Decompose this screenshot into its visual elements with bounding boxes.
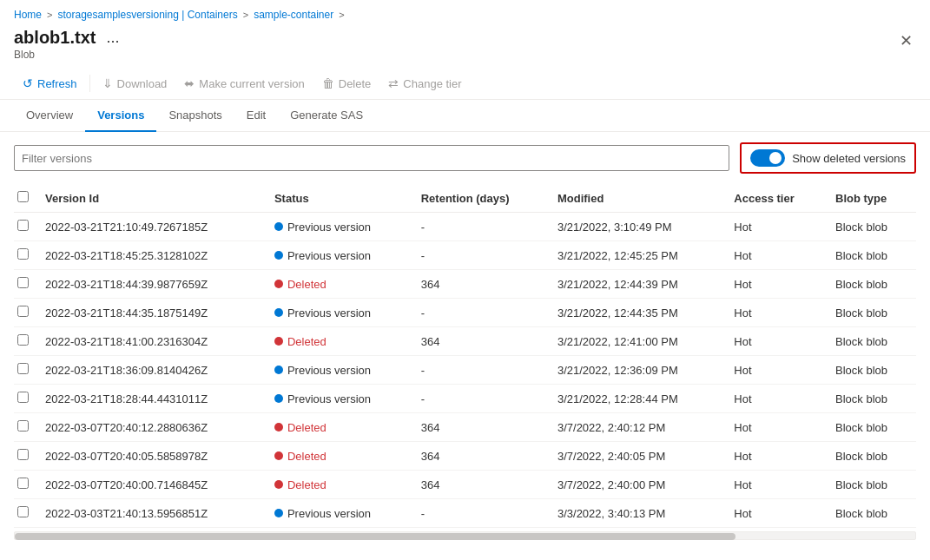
toggle-container: Show deleted versions bbox=[740, 142, 916, 174]
status-dot-blue bbox=[274, 308, 283, 317]
tab-overview[interactable]: Overview bbox=[14, 100, 85, 132]
cell-blob-type: Block blob bbox=[825, 471, 916, 499]
row-checkbox[interactable] bbox=[17, 449, 29, 460]
cell-status: Deleted bbox=[264, 270, 411, 299]
cell-retention: 364 bbox=[411, 413, 547, 442]
table-row: 2022-03-21T18:44:39.9877659ZDeleted3643/… bbox=[14, 270, 916, 299]
versions-table-container: Version Id Status Retention (days) Modif… bbox=[0, 184, 930, 528]
cell-modified: 3/7/2022, 2:40:00 PM bbox=[547, 471, 723, 499]
tab-snapshots[interactable]: Snapshots bbox=[156, 100, 234, 132]
row-checkbox[interactable] bbox=[17, 306, 29, 317]
cell-access-tier: Hot bbox=[723, 356, 825, 385]
horizontal-scrollbar[interactable] bbox=[14, 531, 916, 540]
row-checkbox[interactable] bbox=[17, 506, 29, 517]
th-access-tier: Access tier bbox=[723, 184, 825, 213]
row-checkbox[interactable] bbox=[17, 478, 29, 489]
th-version-id: Version Id bbox=[35, 184, 264, 213]
row-checkbox[interactable] bbox=[17, 334, 29, 346]
toggle-switch[interactable] bbox=[750, 149, 785, 167]
row-checkbox[interactable] bbox=[17, 420, 29, 432]
select-all-checkbox[interactable] bbox=[17, 191, 29, 202]
cell-modified: 3/21/2022, 12:41:00 PM bbox=[547, 327, 723, 356]
cell-modified: 3/7/2022, 2:40:12 PM bbox=[547, 413, 723, 442]
toolbar: ↺ Refresh ⇓ Download ⬌ Make current vers… bbox=[0, 68, 930, 100]
row-checkbox[interactable] bbox=[17, 220, 29, 231]
status-prev: Previous version bbox=[274, 306, 400, 320]
tab-edit[interactable]: Edit bbox=[234, 100, 278, 132]
cell-modified: 3/21/2022, 12:28:44 PM bbox=[547, 385, 723, 413]
status-dot-red bbox=[274, 280, 283, 288]
breadcrumb-sep-2: > bbox=[243, 10, 248, 20]
row-checkbox[interactable] bbox=[17, 248, 29, 260]
change-tier-icon: ⇄ bbox=[388, 76, 399, 90]
filter-row: Show deleted versions bbox=[0, 132, 930, 184]
status-dot-red bbox=[274, 337, 283, 346]
cell-version-id: 2022-03-03T21:40:13.5956851Z bbox=[35, 499, 264, 528]
tab-versions[interactable]: Versions bbox=[85, 100, 156, 132]
cell-version-id: 2022-03-21T18:44:39.9877659Z bbox=[35, 270, 264, 299]
cell-version-id: 2022-03-21T18:45:25.3128102Z bbox=[35, 241, 264, 270]
cell-retention: - bbox=[411, 299, 547, 327]
cell-access-tier: Hot bbox=[723, 442, 825, 471]
cell-access-tier: Hot bbox=[723, 499, 825, 528]
status-prev: Previous version bbox=[274, 507, 400, 520]
status-deleted: Deleted bbox=[274, 335, 400, 348]
table-row: 2022-03-07T20:40:00.7146845ZDeleted3643/… bbox=[14, 471, 916, 499]
cell-access-tier: Hot bbox=[723, 413, 825, 442]
status-dot-red bbox=[274, 451, 283, 460]
refresh-button[interactable]: ↺ Refresh bbox=[14, 73, 86, 94]
status-dot-blue bbox=[274, 509, 283, 517]
delete-button[interactable]: 🗑 Delete bbox=[313, 73, 380, 94]
download-icon: ⇓ bbox=[102, 76, 113, 90]
cell-version-id: 2022-03-07T20:40:00.7146845Z bbox=[35, 471, 264, 499]
toggle-slider bbox=[750, 149, 785, 167]
cell-retention: 364 bbox=[411, 442, 547, 471]
table-header: Version Id Status Retention (days) Modif… bbox=[14, 184, 916, 213]
cell-modified: 3/7/2022, 2:40:05 PM bbox=[547, 442, 723, 471]
cell-modified: 3/21/2022, 12:36:09 PM bbox=[547, 356, 723, 385]
status-deleted: Deleted bbox=[274, 421, 400, 434]
cell-retention: - bbox=[411, 356, 547, 385]
refresh-label: Refresh bbox=[37, 77, 77, 90]
cell-blob-type: Block blob bbox=[825, 270, 916, 299]
table-row: 2022-03-03T21:40:13.5956851ZPrevious ver… bbox=[14, 499, 916, 528]
cell-version-id: 2022-03-07T20:40:05.5858978Z bbox=[35, 442, 264, 471]
table-row: 2022-03-21T18:36:09.8140426ZPrevious ver… bbox=[14, 356, 916, 385]
cell-blob-type: Block blob bbox=[825, 499, 916, 528]
make-current-button[interactable]: ⬌ Make current version bbox=[175, 73, 313, 94]
cell-status: Deleted bbox=[264, 442, 411, 471]
cell-status: Deleted bbox=[264, 327, 411, 356]
status-dot-blue bbox=[274, 222, 283, 231]
ellipsis-button[interactable]: ... bbox=[102, 29, 122, 47]
cell-blob-type: Block blob bbox=[825, 413, 916, 442]
cell-retention: - bbox=[411, 213, 547, 241]
breadcrumb-storage[interactable]: storagesamplesversioning | Containers bbox=[57, 9, 237, 21]
cell-access-tier: Hot bbox=[723, 471, 825, 499]
page-title-row: ablob1.txt ... bbox=[14, 28, 122, 48]
cell-access-tier: Hot bbox=[723, 270, 825, 299]
download-button[interactable]: ⇓ Download bbox=[94, 73, 176, 94]
row-checkbox[interactable] bbox=[17, 277, 29, 288]
cell-blob-type: Block blob bbox=[825, 213, 916, 241]
table-row: 2022-03-21T18:44:35.1875149ZPrevious ver… bbox=[14, 299, 916, 327]
breadcrumb-home[interactable]: Home bbox=[14, 9, 42, 21]
refresh-icon: ↺ bbox=[23, 76, 33, 90]
change-tier-button[interactable]: ⇄ Change tier bbox=[379, 73, 470, 94]
cell-blob-type: Block blob bbox=[825, 241, 916, 270]
row-checkbox[interactable] bbox=[17, 392, 29, 403]
status-dot-blue bbox=[274, 251, 283, 260]
th-modified: Modified bbox=[547, 184, 723, 213]
cell-blob-type: Block blob bbox=[825, 385, 916, 413]
breadcrumb-container[interactable]: sample-container bbox=[254, 9, 333, 21]
row-checkbox[interactable] bbox=[17, 363, 29, 374]
cell-blob-type: Block blob bbox=[825, 442, 916, 471]
cell-version-id: 2022-03-21T18:36:09.8140426Z bbox=[35, 356, 264, 385]
filter-input[interactable] bbox=[14, 145, 729, 171]
cell-status: Previous version bbox=[264, 356, 411, 385]
page-header: ablob1.txt ... Blob ✕ bbox=[0, 24, 930, 68]
close-button[interactable]: ✕ bbox=[896, 28, 916, 54]
tab-generate-sas[interactable]: Generate SAS bbox=[278, 100, 375, 132]
cell-retention: 364 bbox=[411, 471, 547, 499]
page-subtitle: Blob bbox=[14, 49, 122, 61]
delete-icon: 🗑 bbox=[322, 76, 334, 90]
